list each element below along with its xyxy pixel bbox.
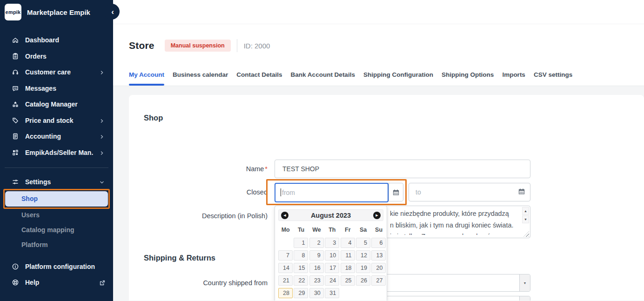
resize-grip[interactable] <box>523 231 529 237</box>
sidebar-item-customer-care[interactable]: Customer care <box>0 64 113 80</box>
select-arrow-icon: ▼ <box>519 296 530 301</box>
empikads-icon <box>12 149 19 156</box>
tab-business-calendar[interactable]: Business calendar <box>173 71 228 86</box>
date-to-group <box>409 183 530 201</box>
sidebar-item-settings[interactable]: Settings <box>0 174 113 190</box>
tab-csv-settings[interactable]: CSV settings <box>534 71 572 86</box>
tab-imports[interactable]: Imports <box>502 71 525 86</box>
prev-month-button[interactable]: ◀ <box>281 212 288 219</box>
calendar-day-highlighted[interactable]: 28 <box>278 288 293 298</box>
date-from-calendar-button[interactable] <box>389 183 403 201</box>
calendar-day[interactable]: 9 <box>309 250 324 261</box>
name-label-text: Name <box>246 165 264 173</box>
calendar-day[interactable]: 12 <box>356 250 370 261</box>
store-id: ID: 2000 <box>244 42 270 50</box>
calendar-day[interactable]: 21 <box>278 275 293 286</box>
name-row: Name* <box>144 160 530 178</box>
calendar-day[interactable]: 16 <box>309 263 324 273</box>
empik-logo: empik <box>5 4 21 20</box>
tab-my-account[interactable]: My Account <box>129 71 164 86</box>
calendar-day[interactable]: 1 <box>294 238 308 248</box>
sidebar-item-empikads[interactable]: EmpikAds/Seller Man... <box>0 145 113 161</box>
calendar-day[interactable]: 11 <box>341 250 355 261</box>
scroll-up-icon: ▲ <box>524 209 527 213</box>
closed-field <box>275 183 530 201</box>
scroll-down-icon: ▼ <box>524 218 527 221</box>
sidebar-item-messages[interactable]: Messages <box>0 80 113 97</box>
sidebar-subitem-users[interactable]: Users <box>0 207 113 222</box>
day-name: Sa <box>356 227 371 233</box>
date-to-input[interactable] <box>409 184 518 201</box>
calendar-day[interactable]: 18 <box>341 263 355 273</box>
calendar-day[interactable]: 23 <box>309 275 324 286</box>
scroll-down-button[interactable]: ▼ <box>522 215 529 223</box>
calendar-icon <box>392 188 400 196</box>
sidebar-subitem-shop[interactable]: Shop <box>5 191 108 207</box>
calendar-day[interactable]: 29 <box>294 288 308 298</box>
chevron-right-icon <box>99 69 105 75</box>
date-from-group <box>275 183 403 201</box>
sidebar-item-dashboard[interactable]: Dashboard <box>0 32 113 48</box>
calendar-day[interactable]: 4 <box>341 238 355 248</box>
sidebar-item-accounting[interactable]: Accounting <box>0 128 113 145</box>
next-month-button[interactable]: ▶ <box>373 212 381 219</box>
calendar-day[interactable]: 5 <box>356 238 370 248</box>
calendar-day[interactable]: 25 <box>341 275 355 286</box>
calendar-day[interactable]: 24 <box>325 275 339 286</box>
name-input[interactable] <box>275 160 530 178</box>
calendar-day[interactable]: 2 <box>309 238 324 248</box>
empik-logo-text: empik <box>6 9 21 15</box>
calendar-day[interactable]: 17 <box>325 263 339 273</box>
orders-icon <box>12 53 19 60</box>
app-root: empik Marketplace Empik ‹ Dashboard Orde… <box>0 0 644 301</box>
calendar-day[interactable]: 26 <box>356 275 370 286</box>
datepicker-header: ◀ August 2023 ▶ <box>278 209 383 221</box>
calendar-day[interactable]: 7 <box>278 250 293 261</box>
tab-shipping-options[interactable]: Shipping Options <box>442 71 494 86</box>
calendar-day[interactable]: 19 <box>356 263 370 273</box>
calendar-day[interactable]: 6 <box>371 238 386 248</box>
date-from-input[interactable] <box>275 183 389 202</box>
header-divider <box>237 39 237 52</box>
sidebar-item-label: Platform configuration <box>25 263 105 270</box>
sidebar-item-help[interactable]: Help <box>0 274 113 291</box>
sidebar-subitem-catalog-mapping[interactable]: Catalog mapping <box>0 222 113 237</box>
calendar-day[interactable]: 22 <box>294 275 308 286</box>
calendar-day[interactable]: 8 <box>294 250 308 261</box>
day-names-row: Mo Tu We Th Fr Sa Su <box>278 227 387 233</box>
sidebar-item-orders[interactable]: Orders <box>0 48 113 65</box>
price-and-stock-icon <box>12 117 19 124</box>
sidebar-item-price-and-stock[interactable]: Price and stock <box>0 113 113 129</box>
info-icon <box>12 263 19 270</box>
chevron-right-icon <box>99 150 105 155</box>
chevron-right-icon <box>99 118 105 123</box>
tab-contact-details[interactable]: Contact Details <box>236 71 282 86</box>
messages-icon <box>12 85 19 92</box>
sidebar-subitem-shop-wrap: Shop <box>5 191 108 207</box>
calendar-day[interactable]: 15 <box>294 263 308 273</box>
sidebar-header: empik Marketplace Empik <box>0 0 113 24</box>
name-label: Name* <box>144 165 268 173</box>
calendar-day[interactable]: 30 <box>309 288 324 298</box>
tab-shipping-configuration[interactable]: Shipping Configuration <box>363 71 433 86</box>
sidebar-collapse-button[interactable]: ‹ <box>104 4 120 20</box>
date-to-calendar-button[interactable] <box>518 187 525 197</box>
tab-bank-account-details[interactable]: Bank Account Details <box>291 71 355 86</box>
sidebar-item-catalog-manager[interactable]: Catalog Manager <box>0 96 113 113</box>
day-name: Th <box>324 227 340 233</box>
sidebar-divider <box>5 167 108 168</box>
app-title: Marketplace Empik <box>27 8 90 16</box>
calendar-day[interactable]: 20 <box>371 263 386 273</box>
calendar-day[interactable]: 3 <box>325 238 339 248</box>
next-month-icon: ▶ <box>376 214 378 217</box>
calendar-day[interactable]: 13 <box>371 250 386 261</box>
day-name: Fr <box>340 227 356 233</box>
calendar-day[interactable]: 14 <box>278 263 293 273</box>
scroll-up-button[interactable]: ▲ <box>522 207 529 215</box>
sidebar-subitem-platform[interactable]: Platform <box>0 237 113 252</box>
sidebar-item-platform-configuration[interactable]: Platform configuration <box>0 259 113 275</box>
calendar-day[interactable]: 10 <box>325 250 339 261</box>
sidebar-item-label: Settings <box>25 178 93 186</box>
calendar-day[interactable]: 27 <box>371 275 386 286</box>
calendar-day[interactable]: 31 <box>325 288 339 298</box>
